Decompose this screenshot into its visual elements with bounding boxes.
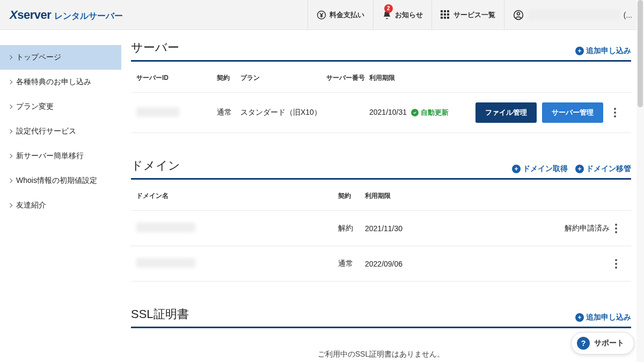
plus-icon: +: [575, 313, 584, 322]
chevron-right-icon: [8, 105, 12, 109]
server-title: サーバー: [131, 40, 179, 56]
account-trail: (...: [624, 11, 632, 19]
chevron-right-icon: [8, 154, 12, 158]
domain-name-masked: [136, 223, 195, 232]
sidebar-item-proxy[interactable]: 設定代行サービス: [0, 119, 121, 144]
ssl-section: SSL証明書 +追加申し込み ご利用中のSSL証明書はありません。: [131, 306, 631, 362]
server-section: サーバー +追加申し込み サーバーID 契約 プラン サーバー番号 利用期限 通…: [131, 40, 631, 133]
domain-row-menu[interactable]: [610, 221, 623, 235]
chevron-right-icon: [8, 129, 12, 134]
domain-get-action[interactable]: +ドメイン取得: [512, 164, 568, 174]
logo-mark: Xserver: [10, 8, 51, 22]
server-add-action[interactable]: +追加申し込み: [575, 46, 631, 56]
nav-news[interactable]: 2 お知らせ: [373, 0, 431, 30]
server-table-row: 通常 スタンダード（旧X10） 2021/10/31 自動更新 ファイル管理 サ…: [131, 93, 631, 133]
sidebar-item-referral[interactable]: 友達紹介: [0, 193, 121, 218]
domain-section: ドメイン +ドメイン取得 +ドメイン移管 ドメイン名 契約 利用期限 解約: [131, 158, 631, 282]
ssl-title: SSL証明書: [131, 306, 189, 322]
domain-status: 解約申請済み: [515, 224, 610, 233]
domain-table-header: ドメイン名 契約 利用期限: [131, 182, 631, 211]
grid-icon: [441, 10, 450, 20]
domain-table-row: 解約 2021/11/30 解約申請済み: [131, 211, 631, 246]
ssl-empty-message: ご利用中のSSL証明書はありません。: [131, 330, 631, 362]
chevron-right-icon: [8, 55, 12, 60]
support-fab[interactable]: ? サポート: [571, 332, 634, 354]
news-badge: 2: [384, 4, 393, 13]
server-row-menu[interactable]: [609, 106, 621, 120]
domain-name-masked: [136, 258, 195, 268]
file-manage-button[interactable]: ファイル管理: [475, 102, 537, 123]
sidebar-item-benefits[interactable]: 各種特典のお申し込み: [0, 70, 121, 94]
server-id-masked: [136, 107, 179, 117]
scrollbar[interactable]: [636, 0, 644, 362]
plus-icon: +: [575, 47, 584, 55]
sidebar-item-whois[interactable]: Whois情報の初期値設定: [0, 168, 121, 193]
plus-icon: +: [575, 165, 584, 173]
plus-icon: +: [512, 165, 521, 173]
chevron-right-icon: [8, 179, 12, 183]
account-name-masked: [528, 10, 619, 20]
question-icon: ?: [577, 337, 590, 350]
domain-table-row: 通常 2022/09/06: [131, 246, 631, 282]
scrollbar-thumb[interactable]: [638, 0, 643, 107]
auto-renew-status: 自動更新: [411, 108, 449, 117]
user-icon: [513, 10, 524, 20]
sidebar-item-migration[interactable]: 新サーバー簡単移行: [0, 144, 121, 168]
domain-row-menu[interactable]: [610, 257, 623, 271]
sidebar-item-top[interactable]: トップページ: [0, 45, 121, 70]
account-menu[interactable]: (...: [504, 0, 638, 30]
nav-services[interactable]: サービス一覧: [431, 0, 504, 30]
chevron-right-icon: [8, 80, 12, 84]
logo-subtitle: レンタルサーバー: [54, 11, 123, 22]
server-manage-button[interactable]: サーバー管理: [542, 102, 603, 123]
domain-transfer-action[interactable]: +ドメイン移管: [575, 164, 631, 174]
sidebar: トップページ 各種特典のお申し込み プラン変更 設定代行サービス 新サーバー簡単…: [0, 30, 121, 362]
yen-icon: [317, 10, 326, 20]
logo[interactable]: Xserver レンタルサーバー: [10, 8, 123, 22]
chevron-right-icon: [8, 203, 12, 208]
svg-point-2: [517, 12, 519, 15]
ssl-add-action[interactable]: +追加申し込み: [575, 313, 631, 322]
nav-payment[interactable]: 料金支払い: [308, 0, 373, 30]
server-table-header: サーバーID 契約 プラン サーバー番号 利用期限: [131, 64, 631, 93]
check-icon: [411, 109, 419, 116]
sidebar-item-plan[interactable]: プラン変更: [0, 94, 121, 119]
domain-title: ドメイン: [131, 158, 180, 174]
